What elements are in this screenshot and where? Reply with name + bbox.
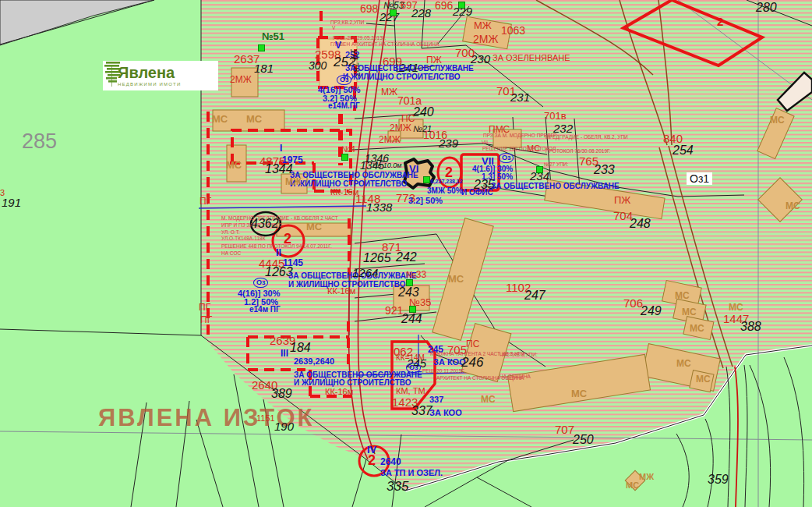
brand-name: Явлена bbox=[118, 65, 182, 80]
district-watermark: ЯВЛЕНА ИЗТОК bbox=[98, 406, 314, 430]
yavlena-logo-icon bbox=[103, 61, 123, 83]
brand-tagline: НЕДВИЖИМИ ИМОТИ bbox=[118, 82, 182, 87]
map-canvas[interactable]: 2853191№5126371812МЖ698№5369722722869622… bbox=[0, 0, 812, 507]
brand-logo: Явлена НЕДВИЖИМИ ИМОТИ bbox=[103, 61, 218, 90]
black-outline-building bbox=[404, 159, 434, 188]
